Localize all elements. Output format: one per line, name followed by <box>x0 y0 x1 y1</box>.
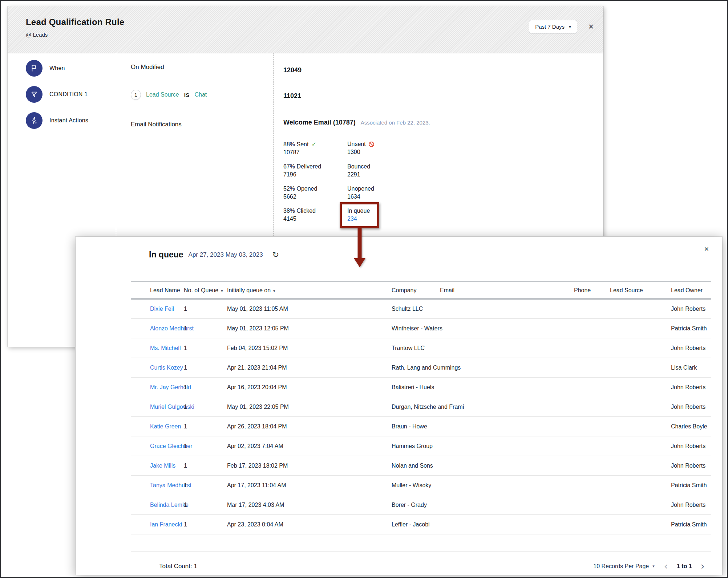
modal-date-range: Apr 27, 2023 May 03, 2023 <box>189 251 263 259</box>
col-initially-queue-on[interactable]: Initially queue on▾ <box>227 282 392 299</box>
lead-name-link[interactable]: Dixie Feil <box>150 306 174 312</box>
stat-bounced-value: 2291 <box>347 171 436 178</box>
lead-name-cell[interactable]: Curtis Kozey <box>131 358 184 378</box>
lead-owner-cell: Patricia Smith <box>671 515 711 534</box>
phone-cell <box>574 417 610 436</box>
email-cell <box>440 338 574 358</box>
lead-name-link[interactable]: Belinda Lemke <box>150 502 189 508</box>
lead-name-cell[interactable]: Ian Franecki <box>131 515 184 534</box>
previous-page-icon[interactable]: ‹ <box>664 561 668 571</box>
lead-owner-cell: Lisa Clark <box>671 358 711 378</box>
step-when[interactable]: When <box>26 60 116 77</box>
phone-cell <box>574 436 610 456</box>
lead-name-cell[interactable]: Dixie Feil <box>131 299 184 319</box>
queued-on-cell: Mar 17, 2023 4:03 AM <box>227 495 392 515</box>
lead-name-link[interactable]: Jake Mills <box>150 463 175 469</box>
lead-name-link[interactable]: Ian Franecki <box>150 521 182 528</box>
table-row: Mr. Jay Gerhold 1 Apr 16, 2023 20:04 PM … <box>131 378 711 397</box>
lead-name-cell[interactable]: Katie Green <box>131 417 184 436</box>
metric-top: 12049 <box>283 66 603 74</box>
queued-on-cell: Feb 04, 2023 15:02 PM <box>227 338 392 358</box>
step-instant-actions[interactable]: Instant Actions <box>26 112 116 129</box>
modal-close-icon[interactable]: ✕ <box>704 245 709 253</box>
queued-on-cell: May 01, 2023 12:05 PM <box>227 319 392 338</box>
chevron-down-icon: ▾ <box>652 564 655 569</box>
modal-title: In queue <box>149 250 183 260</box>
table-row: Jake Mills 1 Feb 17, 2023 18:02 PM Nolan… <box>131 456 711 476</box>
lead-name-link[interactable]: Ms. Mitchell <box>150 345 181 351</box>
records-per-page-value: 10 Records Per Page <box>593 563 649 570</box>
email-cell <box>440 476 574 495</box>
lead-owner-cell: John Roberts <box>671 299 711 319</box>
phone-cell <box>574 515 610 534</box>
lead-name-cell[interactable]: Alonzo Medhurst <box>131 319 184 338</box>
stat-unopened: Unopened 1634 <box>347 186 436 200</box>
condition-field-link[interactable]: Lead Source <box>146 91 179 98</box>
table-row: Katie Green 1 Apr 26, 2023 18:04 PM Brau… <box>131 417 711 436</box>
lead-source-cell <box>610 456 671 476</box>
email-stats-grid: 88% Sent ✓ 10787 Unsent 1300 67% Deliver… <box>283 141 436 228</box>
sort-caret-icon: ▾ <box>221 289 223 293</box>
email-cell <box>440 456 574 476</box>
lead-name-cell[interactable]: Ms. Mitchell <box>131 338 184 358</box>
email-cell <box>440 495 574 515</box>
lead-name-cell[interactable]: Muriel Gulgowski <box>131 397 184 417</box>
table-row: Muriel Gulgowski 1 May 01, 2023 22:05 PM… <box>131 397 711 417</box>
company-cell: Leffler - Jacobi <box>392 515 440 534</box>
next-page-icon[interactable]: › <box>701 561 705 571</box>
in-queue-modal-header: In queue Apr 27, 2023 May 03, 2023 ↻ ✕ <box>76 237 722 260</box>
lead-name-cell[interactable]: Grace Gleichner <box>131 436 184 456</box>
lead-name-cell[interactable]: Jake Mills <box>131 456 184 476</box>
in-queue-modal: In queue Apr 27, 2023 May 03, 2023 ↻ ✕ L… <box>76 237 722 575</box>
condition-value-link[interactable]: Chat <box>195 91 207 98</box>
lead-owner-cell: John Roberts <box>671 338 711 358</box>
company-cell: Trantow LLC <box>392 338 440 358</box>
records-per-page-dropdown[interactable]: 10 Records Per Page ▾ <box>593 563 655 570</box>
modal-footer: Total Count: 1 10 Records Per Page ▾ ‹ 1… <box>86 557 711 575</box>
col-lead-name: Lead Name <box>131 282 184 299</box>
queue-count-cell: 1 <box>184 515 227 534</box>
stat-clicked-value: 4145 <box>283 216 347 222</box>
condition-row: 1 Lead Source IS Chat <box>131 90 273 100</box>
table-row: Curtis Kozey 1 Apr 21, 2023 21:04 PM Rat… <box>131 358 711 378</box>
lead-name-link[interactable]: Muriel Gulgowski <box>150 404 194 410</box>
table-row: Dixie Feil 1 May 01, 2023 11:05 AM Schul… <box>131 299 711 319</box>
stat-unopened-value: 1634 <box>347 194 436 200</box>
company-cell: Muller - Wisoky <box>392 476 440 495</box>
lead-name-link[interactable]: Alonzo Medhurst <box>150 325 194 331</box>
queued-on-cell: Apr 23, 2023 0:04 AM <box>227 515 392 534</box>
company-cell: Balistreri - Huels <box>392 378 440 397</box>
module-subtitle: @ Leads <box>26 32 529 38</box>
lead-owner-cell: Patricia Smith <box>671 476 711 495</box>
close-icon[interactable]: ✕ <box>588 23 594 30</box>
lead-name-cell[interactable]: Tanya Medhurst <box>131 476 184 495</box>
refresh-icon[interactable]: ↻ <box>272 251 279 259</box>
time-filter-dropdown[interactable]: Past 7 Days ▾ <box>529 20 577 33</box>
lead-name-link[interactable]: Curtis Kozey <box>150 365 183 371</box>
in-queue-count-link[interactable]: 234 <box>347 216 357 222</box>
table-row: Ian Franecki 1 Apr 23, 2023 0:04 AM Leff… <box>131 515 711 534</box>
step-condition-1[interactable]: CONDITION 1 <box>26 86 116 103</box>
campaign-title: Welcome Email (10787) <box>283 119 356 126</box>
chevron-down-icon: ▾ <box>569 24 571 29</box>
col-no-of-queue[interactable]: No. of Queue▾ <box>184 282 227 299</box>
lead-name-cell[interactable]: Belinda Lemke <box>131 495 184 515</box>
stat-unsent-label: Unsent <box>347 141 366 147</box>
sort-caret-icon: ▾ <box>273 289 275 293</box>
stat-unopened-label: Unopened <box>347 186 374 192</box>
lead-owner-cell: John Roberts <box>671 378 711 397</box>
lead-source-cell <box>610 515 671 534</box>
stat-in-queue-label: In queue <box>347 208 370 214</box>
stat-clicked: 38% Clicked 4145 <box>283 208 347 228</box>
phone-cell <box>574 397 610 417</box>
leads-table-body: Dixie Feil 1 May 01, 2023 11:05 AM Schul… <box>131 299 711 534</box>
phone-cell <box>574 378 610 397</box>
lead-owner-cell: Charles Boyle <box>671 417 711 436</box>
queued-on-cell: Apr 02, 2023 7:04 AM <box>227 436 392 456</box>
lead-name-cell[interactable]: Mr. Jay Gerhold <box>131 378 184 397</box>
phone-cell <box>574 299 610 319</box>
table-row: Alonzo Medhurst 1 May 01, 2023 12:05 PM … <box>131 319 711 338</box>
lead-name-link[interactable]: Katie Green <box>150 423 181 430</box>
stat-bounced-label: Bounced <box>347 163 370 170</box>
table-row: Ms. Mitchell 1 Feb 04, 2023 15:02 PM Tra… <box>131 338 711 358</box>
